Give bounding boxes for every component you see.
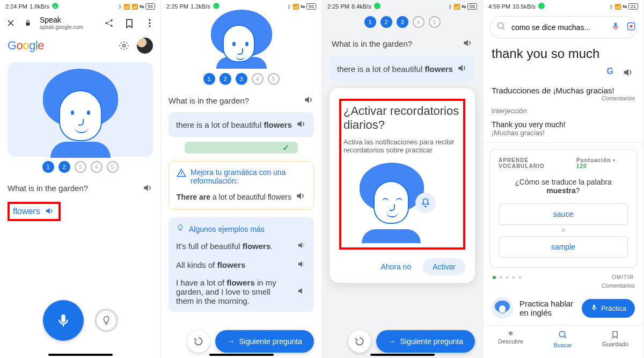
- modal-illustration: [354, 163, 451, 243]
- menu-dots-icon[interactable]: [144, 18, 155, 28]
- answer-text: flowers: [13, 207, 40, 216]
- reminder-modal: ¿Activar recordatorios diarios? Activa l…: [330, 88, 475, 283]
- speaker-icon[interactable]: [296, 119, 306, 131]
- practice-label: Práctica: [601, 304, 626, 312]
- question-text: What is in the garden?: [332, 39, 412, 48]
- sparkle-icon: ✻: [508, 330, 513, 337]
- translation-result: thank you so much: [483, 46, 643, 61]
- refresh-button[interactable]: [187, 330, 210, 353]
- step-5: 5: [107, 161, 119, 173]
- speaker-icon[interactable]: [462, 38, 473, 50]
- vocab-option-2[interactable]: sample: [499, 236, 628, 258]
- wifi-icon: ⇆: [301, 4, 305, 10]
- skip-link[interactable]: OMITIR: [612, 274, 634, 280]
- page-title: Speak: [40, 16, 83, 24]
- example-3: I have a lot of flowers in my garden, an…: [176, 278, 306, 305]
- svg-point-7: [149, 25, 150, 27]
- speaker-icon[interactable]: [295, 191, 306, 203]
- search-input[interactable]: [511, 23, 605, 32]
- step-2[interactable]: 2: [58, 161, 70, 173]
- status-bar: 4:59 PM10.5kB/s ᛒ📶⇆21: [483, 0, 643, 13]
- wifi-icon: ⇆: [140, 4, 144, 10]
- next-question-button[interactable]: →Siguiente pregunta: [215, 330, 314, 353]
- lens-icon[interactable]: [626, 21, 636, 34]
- arrow-right-icon: →: [227, 337, 235, 346]
- mic-icon[interactable]: [611, 21, 620, 33]
- vocab-heading: APRENDE VOCABULARIO: [499, 157, 576, 169]
- practice-sub: en inglés: [519, 308, 573, 317]
- speaker-icon[interactable]: [297, 240, 306, 252]
- hint-button[interactable]: [94, 309, 118, 332]
- tip-correction-bold: There are: [177, 193, 210, 201]
- pager-row: OMITIR: [483, 274, 643, 280]
- speaker-icon[interactable]: [45, 206, 55, 217]
- speaker-icon[interactable]: [297, 259, 306, 271]
- speaker-icon[interactable]: [142, 182, 153, 193]
- search-bar[interactable]: [489, 16, 637, 39]
- speaker-icon[interactable]: [622, 67, 634, 81]
- signal-icon-2: 📶: [131, 4, 138, 10]
- speaker-icon[interactable]: [297, 286, 306, 297]
- practice-row: Practica hablar en inglés Práctica: [483, 291, 643, 325]
- svg-point-20: [559, 331, 565, 337]
- google-logo: Google: [8, 39, 44, 53]
- step-2[interactable]: 2: [380, 16, 392, 28]
- pager-dots: [493, 276, 522, 279]
- question-row: What is in the garden?: [332, 38, 473, 50]
- bookmark-icon[interactable]: [124, 18, 135, 28]
- status-bar: 2:24 PM 1.8kB/s ᛒ 📶 📶 ⇆ 56: [0, 0, 160, 13]
- practice-button[interactable]: Práctica: [582, 299, 635, 318]
- svg-rect-1: [26, 23, 30, 26]
- step-3[interactable]: 3: [397, 16, 408, 28]
- svg-point-15: [497, 23, 503, 28]
- svg-point-5: [149, 19, 150, 21]
- svg-point-11: [181, 174, 182, 176]
- profile-avatar[interactable]: [137, 38, 153, 54]
- user-answer-chip: flowers: [8, 202, 61, 221]
- step-3[interactable]: 3: [236, 73, 247, 85]
- screen-3-reminder-modal: 2:25 PM8.4kB/s ᛒ📶⇆56 1 2 3 4 5 What is i…: [322, 0, 483, 358]
- step-1[interactable]: 1: [42, 161, 54, 173]
- battery-level: 21: [628, 3, 638, 10]
- step-4: 4: [413, 16, 425, 28]
- google-header: Google: [0, 33, 160, 58]
- screen-1-speak-home: 2:24 PM 1.8kB/s ᛒ 📶 📶 ⇆ 56 Speak speak.g…: [0, 0, 161, 358]
- svg-point-0: [52, 3, 58, 9]
- settings-gear-icon[interactable]: [119, 40, 129, 51]
- speaker-icon[interactable]: [303, 94, 314, 107]
- not-now-button[interactable]: Ahora no: [374, 258, 418, 275]
- close-icon[interactable]: [5, 18, 16, 28]
- share-icon[interactable]: [104, 18, 114, 28]
- microphone-button[interactable]: [43, 300, 84, 341]
- refresh-button[interactable]: [348, 330, 371, 353]
- next-question-button[interactable]: →Siguiente pregunta: [376, 330, 475, 353]
- net-speed: 1.2kB/s: [191, 3, 210, 10]
- feedback-link-2[interactable]: Comentarios: [602, 282, 635, 289]
- speaker-icon[interactable]: [457, 63, 467, 75]
- step-2[interactable]: 2: [219, 73, 231, 85]
- answer-keyword: flowers: [264, 120, 292, 129]
- vocab-separator: o: [499, 227, 628, 233]
- nav-search[interactable]: Buscar: [553, 330, 572, 348]
- activate-button[interactable]: Activar: [423, 258, 465, 275]
- svg-rect-19: [593, 304, 595, 308]
- progress-check: [185, 142, 298, 154]
- grammar-tip-box: Mejora tu gramática con una reformulació…: [169, 161, 314, 210]
- translations-heading: Traducciones de ¡Muchas gracias! Comenta…: [483, 86, 643, 101]
- example-1: It's full of beautiful flowers.: [176, 240, 306, 252]
- net-speed: 10.5kB/s: [513, 3, 536, 10]
- google-g-icon: G: [607, 67, 613, 81]
- feedback-link[interactable]: Comentarios: [602, 95, 635, 101]
- progress-dots: 1 2 3 4 5: [322, 16, 482, 28]
- nav-discover[interactable]: ✻Descubre: [498, 330, 523, 348]
- page-url: speak.google.com: [40, 24, 83, 30]
- nav-saved[interactable]: Guardado: [602, 330, 628, 348]
- step-4: 4: [91, 161, 103, 173]
- bluetooth-icon: ᛒ: [119, 4, 122, 10]
- step-1[interactable]: 1: [364, 16, 376, 28]
- step-1[interactable]: 1: [203, 73, 215, 85]
- vocab-option-1[interactable]: sauce: [499, 203, 628, 225]
- character-illustration: [38, 69, 123, 155]
- lightbulb-icon: [176, 224, 185, 234]
- browser-address-bar: Speak speak.google.com: [0, 13, 160, 33]
